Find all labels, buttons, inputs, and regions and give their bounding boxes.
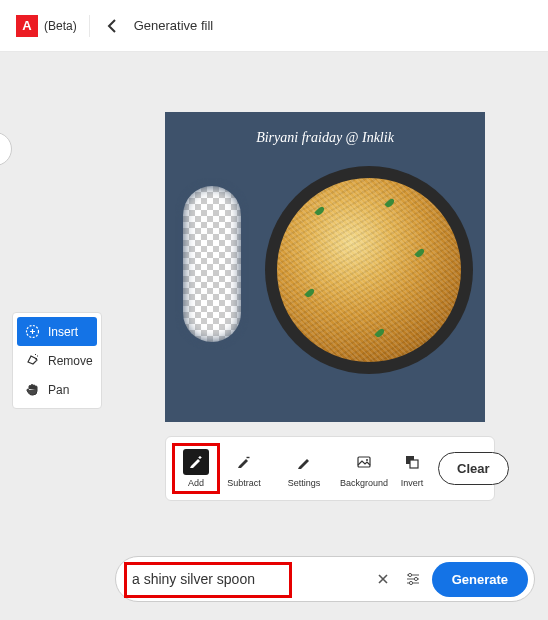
chevron-left-icon [107,19,117,33]
logo-wrap: A (Beta) [16,15,90,37]
sidebar-item-pan[interactable]: Pan [17,375,97,404]
left-edge-handle[interactable] [0,132,12,166]
prompt-input[interactable] [132,571,364,587]
sidebar-item-label: Remove [48,354,93,368]
page-title: Generative fill [134,18,213,33]
svg-rect-1 [358,457,370,467]
toolbar: Add Subtract Settings Background [165,436,495,501]
invert-icon [399,449,425,475]
sidebar-item-label: Insert [48,325,78,339]
sidebar-item-remove[interactable]: Remove [17,346,97,375]
pan-icon [25,382,40,397]
tool-label: Background [340,478,388,488]
tool-label: Add [188,478,204,488]
beta-label: (Beta) [44,19,77,33]
tool-label: Subtract [227,478,261,488]
canvas-image-title: Biryani fraiday @ Inklik [179,130,471,146]
subtract-brush-icon [231,449,257,475]
adobe-logo-icon: A [16,15,38,37]
background-icon [351,449,377,475]
tool-background[interactable]: Background [342,445,386,492]
tool-subtract[interactable]: Subtract [222,445,266,492]
prompt-bar: Generate [115,556,535,602]
svg-point-5 [408,573,411,576]
sliders-icon [405,571,421,587]
tool-settings[interactable]: Settings [282,445,326,492]
sidebar-item-insert[interactable]: Insert [17,317,97,346]
sidebar-item-label: Pan [48,383,69,397]
sidebar: Insert Remove Pan [12,312,102,409]
rice-image [277,178,461,362]
tool-add[interactable]: Add [174,445,218,492]
clear-prompt-button[interactable] [372,568,394,590]
tool-invert[interactable]: Invert [390,445,434,492]
prompt-settings-button[interactable] [402,568,424,590]
generate-button[interactable]: Generate [432,562,528,597]
clear-button[interactable]: Clear [438,452,509,485]
remove-icon [25,353,40,368]
canvas-area: Biryani fraiday @ Inklik Add [165,112,485,620]
tool-label: Settings [288,478,321,488]
header: A (Beta) Generative fill [0,0,548,52]
back-button[interactable] [100,14,124,38]
svg-rect-4 [410,460,418,468]
add-brush-icon [183,449,209,475]
svg-point-7 [409,581,412,584]
insert-icon [25,324,40,339]
main: Insert Remove Pan Biryani fraiday @ Inkl… [0,52,548,620]
settings-brush-icon [291,449,317,475]
svg-point-2 [366,459,368,461]
svg-point-6 [414,577,417,580]
canvas[interactable]: Biryani fraiday @ Inklik [165,112,485,422]
plate-image [265,166,473,374]
close-icon [377,573,389,585]
selection-mask[interactable] [183,186,241,342]
tool-label: Invert [401,478,424,488]
